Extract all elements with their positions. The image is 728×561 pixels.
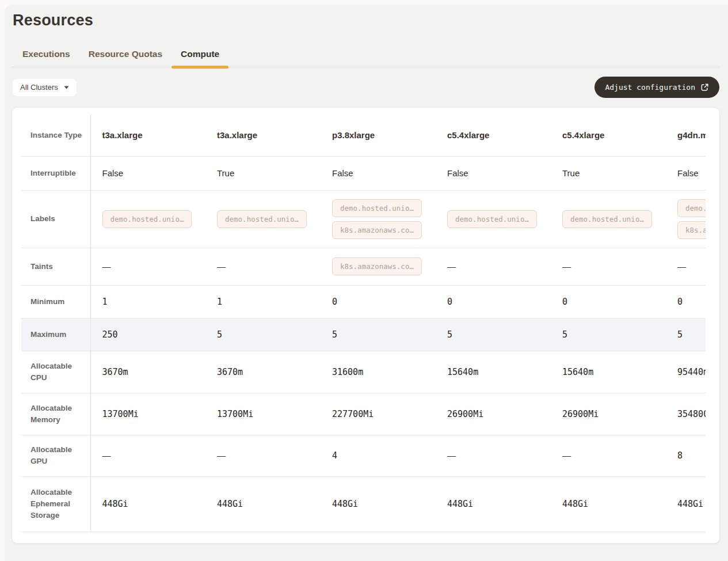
empty-dash: — [447, 261, 456, 271]
cell-allocatable-memory-col2: 13700Mi [205, 393, 321, 435]
row-label-interruptible: Interruptible [21, 156, 90, 190]
cell-value: 4 [332, 450, 337, 461]
table-row-instance-type: Instance Typet3a.xlarget3a.xlargep3.8xla… [21, 115, 706, 156]
labels-chip-group: demo.hosted.unio… [217, 210, 321, 228]
labels-chip-group: demo.hosted.unio…k8s.amazonaws.co… [332, 199, 436, 239]
cell-minimum-col5: 0 [551, 285, 666, 318]
column-header-1: t3a.xlarge [102, 130, 143, 140]
column-header-2: t3a.xlarge [217, 130, 257, 140]
compute-table: Instance Typet3a.xlarget3a.xlargep3.8xla… [21, 115, 706, 532]
cell-interruptible-col4: False [436, 156, 551, 190]
row-label-minimum: Minimum [21, 285, 90, 318]
cell-interruptible-col5: True [551, 156, 666, 190]
cell-allocatable-cpu-col4: 15640m [436, 351, 551, 393]
cell-value: 227700Mi [332, 409, 373, 419]
cell-allocatable-memory-col1: 13700Mi [90, 393, 205, 435]
cell-value: 5 [562, 329, 567, 340]
cell-taints-col6: — [666, 248, 706, 285]
table-scroll-area[interactable]: Instance Typet3a.xlarget3a.xlargep3.8xla… [21, 115, 706, 532]
cell-maximum-col5: 5 [551, 318, 666, 351]
table-row-allocatable-memory: Allocatable Memory13700Mi13700Mi227700Mi… [21, 393, 706, 435]
cell-allocatable-gpu-col6: 8 [666, 435, 706, 476]
label-chip: k8s.amazonaws.co… [677, 221, 706, 239]
cell-instance-type-col4: c5.4xlarge [436, 115, 551, 156]
cell-labels-col6: demo.hosted.unio…k8s.amazonaws.co… [666, 190, 706, 248]
cell-labels-col5: demo.hosted.unio… [551, 190, 666, 248]
row-label-allocatable-ephemeral-storage: Allocatable Ephemeral Storage [21, 476, 90, 532]
cell-minimum-col3: 0 [321, 285, 436, 318]
resources-page: Resources Executions Resource Quotas Com… [5, 5, 728, 561]
cell-value: 15640m [447, 367, 478, 377]
cell-allocatable-memory-col3: 227700Mi [321, 393, 436, 435]
row-label-allocatable-memory: Allocatable Memory [21, 393, 90, 435]
cell-allocatable-ephemeral-storage-col2: 448Gi [205, 476, 321, 532]
cell-value: 5 [332, 329, 337, 340]
chevron-down-icon [64, 86, 69, 89]
cell-value: False [677, 168, 699, 178]
column-header-4: c5.4xlarge [447, 130, 489, 140]
cell-taints-col3: k8s.amazonaws.co… [321, 248, 436, 285]
cluster-filter-dropdown[interactable]: All Clusters [13, 79, 77, 96]
cell-allocatable-gpu-col5: — [551, 435, 666, 476]
cluster-filter-value: All Clusters [20, 83, 58, 92]
empty-dash: — [562, 261, 571, 271]
toolbar: All Clusters Adjust configuration [13, 77, 719, 98]
label-chip: demo.hosted.unio… [677, 199, 706, 217]
cell-allocatable-cpu-col2: 3670m [205, 351, 321, 393]
tab-executions[interactable]: Executions [13, 49, 79, 67]
cell-allocatable-memory-col6: 354800Mi [666, 393, 706, 435]
cell-taints-col2: — [205, 248, 321, 285]
table-row-maximum: Maximum25055555 [21, 318, 706, 351]
cell-value: 1 [217, 297, 222, 307]
cell-instance-type-col6: g4dn.metal [666, 115, 706, 156]
cell-value: 448Gi [447, 499, 473, 509]
cell-allocatable-cpu-col3: 31600m [321, 351, 436, 393]
cell-maximum-col3: 5 [321, 318, 436, 351]
cell-allocatable-gpu-col1: — [90, 435, 205, 476]
cell-minimum-col2: 1 [205, 285, 321, 318]
cell-allocatable-ephemeral-storage-col4: 448Gi [436, 476, 551, 532]
cell-taints-col1: — [90, 248, 205, 285]
row-label-maximum: Maximum [21, 318, 90, 351]
cell-value: 448Gi [102, 499, 128, 509]
tab-resource-quotas[interactable]: Resource Quotas [79, 49, 171, 67]
cell-allocatable-ephemeral-storage-col6: 448Gi [666, 476, 706, 532]
empty-dash: — [217, 261, 226, 271]
row-label-taints: Taints [21, 248, 90, 285]
row-label-instance-type: Instance Type [21, 115, 90, 156]
label-chip: demo.hosted.unio… [447, 210, 537, 228]
cell-minimum-col4: 0 [436, 285, 551, 318]
cell-interruptible-col6: False [666, 156, 706, 190]
page-title: Resources [13, 12, 728, 29]
cell-labels-col1: demo.hosted.unio… [90, 190, 205, 248]
cell-instance-type-col1: t3a.xlarge [90, 115, 205, 156]
cell-value: 0 [677, 297, 683, 307]
cell-value: 15640m [562, 367, 593, 377]
cell-value: 448Gi [677, 499, 703, 509]
page-header: Resources [5, 5, 728, 29]
cell-labels-col4: demo.hosted.unio… [436, 190, 551, 248]
cell-labels-col3: demo.hosted.unio…k8s.amazonaws.co… [321, 190, 436, 248]
cell-value: — [217, 450, 226, 460]
cell-value: 1 [102, 297, 108, 307]
cell-value: 354800Mi [677, 409, 706, 419]
cell-value: 8 [677, 450, 683, 461]
adjust-configuration-label: Adjust configuration [605, 83, 695, 92]
table-row-interruptible: InterruptibleFalseTrueFalseFalseTrueFals… [21, 156, 706, 190]
cell-minimum-col1: 1 [90, 285, 205, 318]
cell-maximum-col1: 250 [90, 318, 205, 351]
cell-instance-type-col3: p3.8xlarge [321, 115, 436, 156]
cell-value: 250 [102, 329, 118, 340]
cell-value: False [332, 168, 353, 178]
label-chip: demo.hosted.unio… [332, 199, 422, 217]
compute-table-card: Instance Typet3a.xlarget3a.xlargep3.8xla… [12, 107, 720, 544]
cell-value: 0 [562, 297, 567, 307]
cell-allocatable-ephemeral-storage-col3: 448Gi [321, 476, 436, 532]
cell-value: 448Gi [217, 499, 243, 509]
adjust-configuration-button[interactable]: Adjust configuration [594, 77, 719, 98]
cell-value: 5 [217, 329, 222, 340]
column-header-3: p3.8xlarge [332, 130, 375, 140]
tab-compute[interactable]: Compute [171, 49, 228, 67]
labels-chip-group: demo.hosted.unio… [102, 210, 206, 228]
cell-value: 26900Mi [447, 409, 483, 419]
